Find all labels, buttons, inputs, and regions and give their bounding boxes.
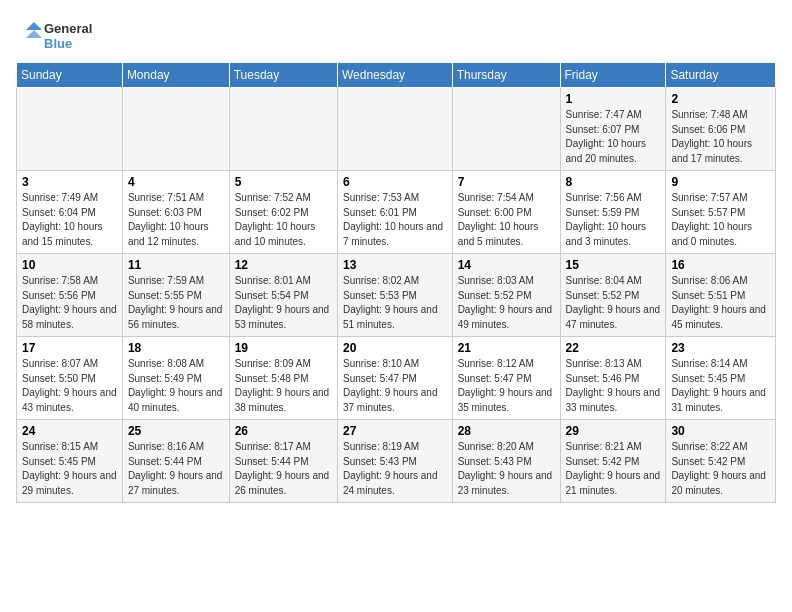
day-number: 22 (566, 341, 661, 355)
day-info: Sunrise: 7:58 AM Sunset: 5:56 PM Dayligh… (22, 274, 117, 332)
day-number: 8 (566, 175, 661, 189)
day-number: 23 (671, 341, 770, 355)
day-info: Sunrise: 8:03 AM Sunset: 5:52 PM Dayligh… (458, 274, 555, 332)
day-number: 3 (22, 175, 117, 189)
day-info: Sunrise: 8:09 AM Sunset: 5:48 PM Dayligh… (235, 357, 332, 415)
day-info: Sunrise: 8:04 AM Sunset: 5:52 PM Dayligh… (566, 274, 661, 332)
calendar-cell: 9Sunrise: 7:57 AM Sunset: 5:57 PM Daylig… (666, 171, 776, 254)
logo-svg: General Blue (16, 16, 96, 56)
day-number: 25 (128, 424, 224, 438)
day-info: Sunrise: 7:56 AM Sunset: 5:59 PM Dayligh… (566, 191, 661, 249)
calendar-cell: 20Sunrise: 8:10 AM Sunset: 5:47 PM Dayli… (337, 337, 452, 420)
day-number: 14 (458, 258, 555, 272)
day-number: 21 (458, 341, 555, 355)
day-info: Sunrise: 8:14 AM Sunset: 5:45 PM Dayligh… (671, 357, 770, 415)
day-number: 10 (22, 258, 117, 272)
week-row-0: 1Sunrise: 7:47 AM Sunset: 6:07 PM Daylig… (17, 88, 776, 171)
calendar-cell: 24Sunrise: 8:15 AM Sunset: 5:45 PM Dayli… (17, 420, 123, 503)
day-info: Sunrise: 8:01 AM Sunset: 5:54 PM Dayligh… (235, 274, 332, 332)
calendar-cell: 21Sunrise: 8:12 AM Sunset: 5:47 PM Dayli… (452, 337, 560, 420)
weekday-header-friday: Friday (560, 63, 666, 88)
calendar-table: SundayMondayTuesdayWednesdayThursdayFrid… (16, 62, 776, 503)
svg-text:General: General (44, 21, 92, 36)
calendar-cell: 17Sunrise: 8:07 AM Sunset: 5:50 PM Dayli… (17, 337, 123, 420)
day-number: 27 (343, 424, 447, 438)
calendar-cell: 23Sunrise: 8:14 AM Sunset: 5:45 PM Dayli… (666, 337, 776, 420)
logo: General Blue (16, 16, 96, 56)
calendar-cell: 27Sunrise: 8:19 AM Sunset: 5:43 PM Dayli… (337, 420, 452, 503)
weekday-header-sunday: Sunday (17, 63, 123, 88)
calendar-cell: 28Sunrise: 8:20 AM Sunset: 5:43 PM Dayli… (452, 420, 560, 503)
weekday-header-row: SundayMondayTuesdayWednesdayThursdayFrid… (17, 63, 776, 88)
header: General Blue (16, 16, 776, 56)
calendar-cell (229, 88, 337, 171)
week-row-1: 3Sunrise: 7:49 AM Sunset: 6:04 PM Daylig… (17, 171, 776, 254)
day-info: Sunrise: 8:07 AM Sunset: 5:50 PM Dayligh… (22, 357, 117, 415)
day-number: 13 (343, 258, 447, 272)
calendar-cell: 4Sunrise: 7:51 AM Sunset: 6:03 PM Daylig… (122, 171, 229, 254)
day-info: Sunrise: 7:53 AM Sunset: 6:01 PM Dayligh… (343, 191, 447, 249)
day-info: Sunrise: 8:06 AM Sunset: 5:51 PM Dayligh… (671, 274, 770, 332)
weekday-header-tuesday: Tuesday (229, 63, 337, 88)
weekday-header-monday: Monday (122, 63, 229, 88)
day-info: Sunrise: 7:54 AM Sunset: 6:00 PM Dayligh… (458, 191, 555, 249)
calendar-cell: 11Sunrise: 7:59 AM Sunset: 5:55 PM Dayli… (122, 254, 229, 337)
day-info: Sunrise: 8:16 AM Sunset: 5:44 PM Dayligh… (128, 440, 224, 498)
calendar-cell: 1Sunrise: 7:47 AM Sunset: 6:07 PM Daylig… (560, 88, 666, 171)
day-number: 11 (128, 258, 224, 272)
calendar-cell: 22Sunrise: 8:13 AM Sunset: 5:46 PM Dayli… (560, 337, 666, 420)
day-info: Sunrise: 7:59 AM Sunset: 5:55 PM Dayligh… (128, 274, 224, 332)
day-number: 12 (235, 258, 332, 272)
weekday-header-thursday: Thursday (452, 63, 560, 88)
day-info: Sunrise: 7:47 AM Sunset: 6:07 PM Dayligh… (566, 108, 661, 166)
calendar-cell: 29Sunrise: 8:21 AM Sunset: 5:42 PM Dayli… (560, 420, 666, 503)
calendar-cell: 6Sunrise: 7:53 AM Sunset: 6:01 PM Daylig… (337, 171, 452, 254)
day-number: 17 (22, 341, 117, 355)
day-number: 16 (671, 258, 770, 272)
day-number: 19 (235, 341, 332, 355)
calendar-cell: 7Sunrise: 7:54 AM Sunset: 6:00 PM Daylig… (452, 171, 560, 254)
week-row-2: 10Sunrise: 7:58 AM Sunset: 5:56 PM Dayli… (17, 254, 776, 337)
day-number: 9 (671, 175, 770, 189)
calendar-cell: 30Sunrise: 8:22 AM Sunset: 5:42 PM Dayli… (666, 420, 776, 503)
day-info: Sunrise: 8:20 AM Sunset: 5:43 PM Dayligh… (458, 440, 555, 498)
calendar-cell: 5Sunrise: 7:52 AM Sunset: 6:02 PM Daylig… (229, 171, 337, 254)
day-info: Sunrise: 8:21 AM Sunset: 5:42 PM Dayligh… (566, 440, 661, 498)
day-info: Sunrise: 7:52 AM Sunset: 6:02 PM Dayligh… (235, 191, 332, 249)
calendar-cell: 15Sunrise: 8:04 AM Sunset: 5:52 PM Dayli… (560, 254, 666, 337)
calendar-cell: 25Sunrise: 8:16 AM Sunset: 5:44 PM Dayli… (122, 420, 229, 503)
calendar-cell: 14Sunrise: 8:03 AM Sunset: 5:52 PM Dayli… (452, 254, 560, 337)
calendar-cell: 26Sunrise: 8:17 AM Sunset: 5:44 PM Dayli… (229, 420, 337, 503)
day-number: 7 (458, 175, 555, 189)
day-number: 2 (671, 92, 770, 106)
day-number: 1 (566, 92, 661, 106)
calendar-cell (337, 88, 452, 171)
day-number: 4 (128, 175, 224, 189)
svg-marker-3 (26, 30, 42, 38)
calendar-cell: 10Sunrise: 7:58 AM Sunset: 5:56 PM Dayli… (17, 254, 123, 337)
day-info: Sunrise: 8:13 AM Sunset: 5:46 PM Dayligh… (566, 357, 661, 415)
day-number: 30 (671, 424, 770, 438)
day-number: 18 (128, 341, 224, 355)
svg-marker-2 (26, 22, 42, 30)
calendar-cell: 16Sunrise: 8:06 AM Sunset: 5:51 PM Dayli… (666, 254, 776, 337)
day-info: Sunrise: 7:57 AM Sunset: 5:57 PM Dayligh… (671, 191, 770, 249)
day-number: 24 (22, 424, 117, 438)
day-info: Sunrise: 8:15 AM Sunset: 5:45 PM Dayligh… (22, 440, 117, 498)
day-info: Sunrise: 8:19 AM Sunset: 5:43 PM Dayligh… (343, 440, 447, 498)
calendar-cell: 8Sunrise: 7:56 AM Sunset: 5:59 PM Daylig… (560, 171, 666, 254)
day-info: Sunrise: 7:51 AM Sunset: 6:03 PM Dayligh… (128, 191, 224, 249)
day-info: Sunrise: 7:49 AM Sunset: 6:04 PM Dayligh… (22, 191, 117, 249)
day-info: Sunrise: 8:22 AM Sunset: 5:42 PM Dayligh… (671, 440, 770, 498)
day-info: Sunrise: 8:17 AM Sunset: 5:44 PM Dayligh… (235, 440, 332, 498)
calendar-cell (17, 88, 123, 171)
calendar-cell: 18Sunrise: 8:08 AM Sunset: 5:49 PM Dayli… (122, 337, 229, 420)
weekday-header-saturday: Saturday (666, 63, 776, 88)
day-number: 15 (566, 258, 661, 272)
calendar-cell (452, 88, 560, 171)
calendar-cell: 2Sunrise: 7:48 AM Sunset: 6:06 PM Daylig… (666, 88, 776, 171)
day-info: Sunrise: 8:12 AM Sunset: 5:47 PM Dayligh… (458, 357, 555, 415)
day-number: 5 (235, 175, 332, 189)
day-number: 6 (343, 175, 447, 189)
weekday-header-wednesday: Wednesday (337, 63, 452, 88)
